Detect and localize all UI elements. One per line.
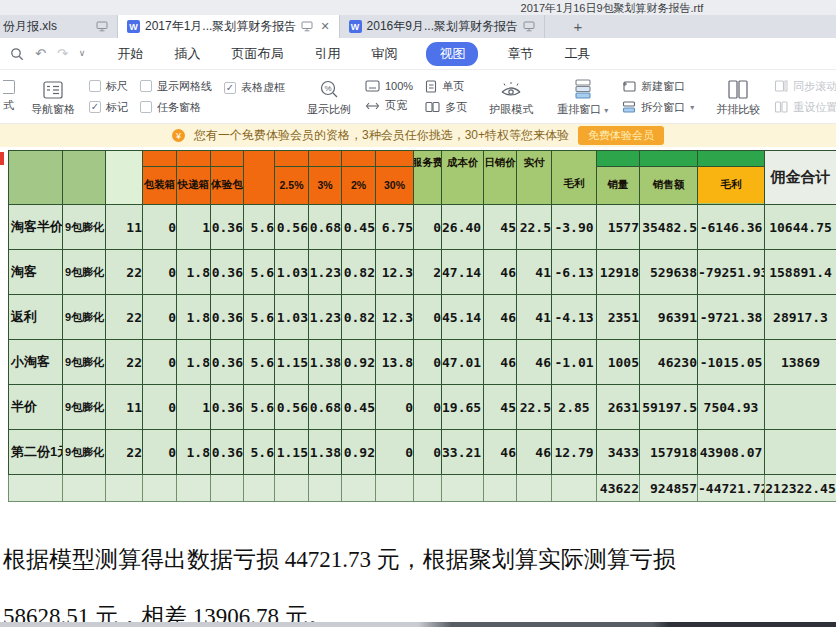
single-page-button[interactable]: 单页 — [425, 79, 467, 94]
table-cell: 0.36 — [211, 295, 244, 340]
tab-2017-report[interactable]: W 2017年1月...聚划算财务报告 ✕ — [118, 15, 340, 38]
table-cell: 0.92 — [342, 340, 376, 385]
table-cell: 22.5 — [517, 385, 552, 430]
table-cell: 0 — [414, 295, 442, 340]
menu-item-insert[interactable]: 插入 — [172, 42, 202, 66]
table-cell: 1.15 — [275, 340, 309, 385]
table-cell: 46230 — [640, 340, 698, 385]
row-label: 淘客半价 — [9, 205, 63, 250]
menu-item-page-layout[interactable]: 页面布局 — [229, 42, 285, 66]
tab-monthly-report[interactable]: 份月报.xls — [0, 15, 118, 38]
rearrange-window-button[interactable]: 重排窗口 ▾ — [549, 77, 616, 117]
document-area[interactable]: 包装箱快递箱体验包2.5%3%2%30%服务费成本价日销价实付毛利销量销售额毛利… — [0, 147, 836, 622]
product-label: 9包膨化 — [63, 385, 106, 430]
table-frame-checkbox[interactable]: ✓表格虚框 — [224, 80, 285, 95]
header-row: 包装箱快递箱体验包2.5%3%2%30%服务费成本价日销价实付毛利销量销售额毛利… — [9, 151, 836, 205]
multi-page-button[interactable]: 多页 — [425, 100, 467, 115]
table-edge-marker — [0, 152, 4, 165]
table-cell: 41 — [517, 250, 552, 295]
table-cell: 5.6 — [244, 340, 275, 385]
tab-label: 2016年9月...聚划算财务报告 — [367, 18, 518, 35]
row-label: 第二份1元 — [9, 430, 63, 475]
table-cell: 0.68 — [309, 205, 342, 250]
menu-item-references[interactable]: 引用 — [312, 42, 342, 66]
table-row: 半价9包膨化11010.365.60.560.680.450019.654522… — [9, 385, 836, 430]
table-cell: 22 — [106, 430, 143, 475]
checkbox-icon — [89, 80, 101, 92]
table-cell: 0.45 — [342, 385, 376, 430]
table-cell: 1.03 — [275, 295, 309, 340]
table-cell: 0.36 — [211, 430, 244, 475]
table-cell: 11 — [106, 385, 143, 430]
ruler-checkbox[interactable]: 标尺 — [89, 79, 128, 94]
table-cell: 47.14 — [442, 250, 484, 295]
table-row: 小淘客9包膨化2201.80.365.61.151.380.9213.8047.… — [9, 340, 836, 385]
redo-icon[interactable]: ↷ — [57, 47, 68, 60]
split-window-button[interactable]: 拆分窗口 ▾ — [622, 100, 694, 115]
table-cell: 12918 — [597, 250, 640, 295]
table-cell: 33.21 — [442, 430, 484, 475]
table-cell: 45 — [484, 385, 517, 430]
table-cell: -4.13 — [552, 295, 597, 340]
zoom-percent-icon: % — [319, 77, 339, 99]
menu-item-view[interactable]: 视图 — [426, 42, 478, 66]
col-header: 销售额 — [640, 151, 698, 205]
new-tab-button[interactable]: + — [563, 15, 593, 38]
zoom-100-button[interactable]: 100% — [365, 80, 413, 92]
table-cell: 0 — [414, 430, 442, 475]
undo-icon[interactable]: ↶ — [35, 47, 46, 60]
table-cell: 13869 — [765, 340, 836, 385]
zoom-ratio-button[interactable]: % 显示比例 — [299, 77, 359, 117]
eye-protection-button[interactable]: 护眼模式 — [481, 77, 541, 117]
tab-2016-report[interactable]: W 2016年9月...聚划算财务报告 — [340, 15, 545, 38]
checkbox-icon — [140, 80, 152, 92]
table-row: 第二份1元9包膨化2201.80.365.61.151.380.920033.2… — [9, 430, 836, 475]
col-header: 实付 — [517, 151, 552, 205]
row-label: 小淘客 — [9, 340, 63, 385]
empty-cell — [552, 475, 597, 502]
table-cell: 28917.3 — [765, 295, 836, 340]
table-cell: 1.23 — [309, 295, 342, 340]
menu-item-review[interactable]: 审阅 — [369, 42, 399, 66]
empty-cell — [211, 475, 244, 502]
ribbon-menubar: ↶ ↷ ∨ 开始 插入 页面布局 引用 审阅 视图 章节 工具 — [0, 38, 836, 70]
search-icon[interactable] — [10, 47, 24, 61]
gridlines-checkbox[interactable]: 显示网格线 — [140, 79, 212, 94]
menu-item-section[interactable]: 章节 — [505, 42, 535, 66]
side-by-side-button[interactable]: 并排比较 — [708, 77, 768, 117]
table-cell: 22.5 — [517, 205, 552, 250]
tab-label: 2017年1月...聚划算财务报告 — [145, 18, 296, 35]
task-pane-checkbox[interactable]: 任务窗格 — [140, 100, 212, 115]
table-cell: 45 — [484, 205, 517, 250]
table-cell: -79251.93 — [698, 250, 765, 295]
col-header: 毛利 — [698, 151, 765, 205]
empty-cell — [517, 475, 552, 502]
chevron-down-icon[interactable]: ∨ — [79, 49, 86, 58]
table-cell: 0.82 — [342, 295, 376, 340]
table-cell: -1015.05 — [698, 340, 765, 385]
table-cell: 1 — [177, 385, 211, 430]
table-cell: 12.3 — [376, 295, 414, 340]
table-cell: 46 — [484, 250, 517, 295]
markup-checkbox[interactable]: ✓标记 — [89, 100, 128, 115]
close-tab-icon[interactable]: ✕ — [320, 20, 329, 33]
page-width-button[interactable]: 页宽 — [365, 98, 413, 113]
partial-fullscreen-button[interactable]: 式 — [0, 80, 15, 113]
table-row: 返利9包膨化2201.80.365.61.031.230.8212.3045.1… — [9, 295, 836, 340]
eye-icon — [499, 77, 523, 99]
menu-item-tools[interactable]: 工具 — [562, 42, 592, 66]
zoom-100-icon — [365, 80, 380, 92]
table-cell: 12.3 — [376, 250, 414, 295]
new-window-button[interactable]: 新建窗口 — [622, 79, 694, 94]
table-cell: 7504.93 — [698, 385, 765, 430]
empty-cell — [63, 475, 106, 502]
nav-pane-button[interactable]: 导航窗格 — [23, 77, 83, 117]
summary-paragraph[interactable]: 根据模型测算得出数据亏损 44721.73 元，根据聚划算实际测算亏损 5862… — [3, 531, 676, 627]
free-trial-button[interactable]: 免费体验会员 — [578, 126, 664, 145]
window-titlebar: 2017年1月16日9包聚划算财务报告.rtf — [0, 0, 836, 15]
product-label: 9包膨化 — [63, 340, 106, 385]
split-window-icon — [622, 101, 636, 113]
col-header: 快递箱 — [177, 151, 211, 205]
col-header: 成本价 — [442, 151, 484, 205]
menu-item-home[interactable]: 开始 — [115, 42, 145, 66]
